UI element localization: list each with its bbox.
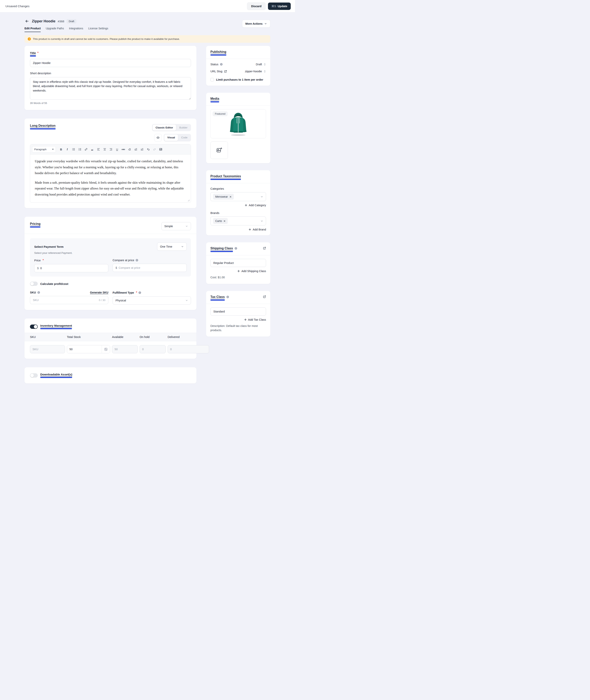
price-field: Price * $	[34, 259, 108, 272]
inventory-card: Inventory Management SKU Total Stock Ava…	[24, 319, 196, 359]
outdent-button[interactable]	[133, 146, 139, 152]
url-slug-label: URL Slug	[210, 70, 222, 73]
tax-class-heading: Tax Class	[210, 295, 225, 301]
svg-text:3: 3	[78, 149, 79, 151]
adjust-stock-button[interactable]	[102, 345, 110, 353]
compare-price-input[interactable]	[119, 266, 184, 269]
editor-content-area[interactable]: Upgrade your everyday wardrobe with this…	[30, 154, 191, 203]
rich-text-editor: Paragraph B I 123	[30, 144, 191, 203]
tab-license-settings[interactable]: License Settings	[88, 27, 108, 32]
code-tab[interactable]: Code	[178, 134, 190, 141]
inventory-management-toggle[interactable]	[30, 325, 38, 329]
tab-upgrade-paths[interactable]: Upgrade Paths	[46, 27, 64, 32]
sku-input[interactable]	[33, 299, 97, 302]
on-hold-input[interactable]	[142, 348, 163, 351]
price-input[interactable]	[40, 267, 105, 270]
builder-option[interactable]: Builder	[176, 125, 190, 131]
delivered-input[interactable]	[170, 348, 206, 351]
align-center-button[interactable]	[102, 146, 108, 152]
blockquote-button[interactable]: “	[89, 146, 95, 152]
add-brand-button[interactable]: Add Brand	[210, 228, 266, 231]
strikethrough-button[interactable]: ABC	[120, 146, 126, 152]
sliders-icon	[104, 347, 108, 351]
update-button[interactable]: ⌘SUpdate	[268, 3, 291, 10]
sort-chevrons-icon	[264, 63, 266, 66]
pricing-card: Pricing Simple Select Payment Term One T…	[24, 217, 196, 310]
underline-button[interactable]: U	[114, 146, 120, 152]
indent-button[interactable]	[139, 146, 145, 152]
plus-icon	[237, 270, 240, 272]
chevron-down-icon	[185, 299, 188, 302]
shipping-class-value[interactable]: Regular Product	[210, 259, 266, 267]
downloadable-assets-toggle[interactable]	[30, 373, 38, 378]
visual-tab[interactable]: Visual	[164, 134, 178, 141]
inventory-sku-input[interactable]	[32, 348, 63, 351]
title-input[interactable]	[30, 59, 191, 67]
info-icon	[135, 259, 138, 261]
add-tax-class-button[interactable]: Add Tax Class	[210, 318, 266, 321]
categories-label: Categories	[210, 187, 266, 190]
bullet-list-button[interactable]	[71, 146, 76, 152]
remove-chip-icon[interactable]	[229, 196, 231, 198]
discard-button[interactable]: Discard	[247, 2, 266, 10]
inventory-heading: Inventory Management	[40, 324, 72, 329]
add-shipping-class-button[interactable]: Add Shipping Class	[210, 269, 266, 273]
taxonomies-heading: Product Taxonomies	[210, 174, 241, 180]
tab-integrations[interactable]: Integrations	[69, 27, 83, 32]
editor-toolbar: Paragraph B I 123	[30, 144, 191, 154]
add-category-button[interactable]: Add Category	[210, 204, 266, 207]
preview-button[interactable]	[154, 134, 162, 141]
italic-button[interactable]: I	[64, 146, 70, 152]
paragraph-style-select[interactable]: Paragraph	[32, 146, 56, 152]
chevron-down-icon	[185, 225, 188, 228]
classic-editor-option[interactable]: Classic Editor	[153, 125, 176, 131]
brands-label: Brands	[210, 212, 266, 215]
topbar-actions: Discard ⌘SUpdate	[247, 2, 291, 10]
required-asterisk: *	[37, 51, 38, 54]
back-arrow-icon[interactable]	[24, 19, 29, 24]
undo-button[interactable]	[145, 146, 151, 152]
add-brand-label: Add Brand	[253, 228, 266, 231]
eraser-button[interactable]	[126, 146, 132, 152]
fulfillment-type-select[interactable]: Physical	[113, 297, 191, 305]
tab-edit-product[interactable]: Edit Product	[24, 27, 41, 32]
resize-handle-icon[interactable]	[188, 199, 190, 202]
total-stock-input[interactable]	[67, 345, 102, 353]
link-button[interactable]	[83, 146, 89, 152]
generate-sku-link[interactable]: Generate SKU	[90, 291, 108, 294]
external-link-icon[interactable]	[224, 70, 227, 73]
pricing-type-select[interactable]: Simple	[162, 222, 191, 230]
limit-purchases-checkbox[interactable]	[210, 78, 214, 82]
payment-term-select[interactable]: One Time	[157, 243, 187, 251]
plus-icon	[244, 318, 247, 321]
short-description-label: Short description	[30, 72, 191, 75]
category-chip-label: Menswear	[215, 195, 228, 198]
status-select[interactable]: Draft	[256, 63, 266, 66]
more-actions-button[interactable]: More Actions	[242, 20, 270, 28]
available-input[interactable]	[114, 348, 135, 351]
calculate-profit-label: Calculate profit/cost	[40, 282, 68, 285]
featured-image[interactable]: Featured	[210, 109, 266, 138]
align-right-button[interactable]	[108, 146, 114, 152]
external-link-icon[interactable]	[263, 247, 266, 250]
align-left-button[interactable]	[95, 146, 101, 152]
bold-button[interactable]: B	[58, 146, 64, 152]
hoodie-product-image	[226, 111, 251, 137]
add-media-button[interactable]	[210, 141, 228, 159]
tab-bar: Edit Product Upgrade Paths Integrations …	[24, 27, 270, 32]
tax-class-value[interactable]: Standard	[210, 308, 266, 316]
brands-select[interactable]: Carto	[210, 217, 266, 225]
redo-button[interactable]	[152, 146, 157, 152]
calculate-profit-toggle[interactable]	[30, 281, 38, 286]
long-description-paragraph: Made from a soft, premium-quality fabric…	[35, 180, 186, 198]
insert-image-button[interactable]	[158, 146, 164, 152]
categories-select[interactable]: Menswear	[210, 192, 266, 201]
url-slug-select[interactable]: zipper-hoodie	[245, 70, 266, 73]
external-link-icon[interactable]	[263, 295, 266, 298]
add-tax-class-label: Add Tax Class	[248, 318, 266, 321]
shipping-class-card: Shipping Class Regular Product Add Shipp…	[206, 242, 270, 284]
short-description-textarea[interactable]: Stay warm in effortless style with this …	[30, 77, 191, 100]
required-asterisk: *	[42, 259, 44, 262]
numbered-list-button[interactable]: 123	[77, 146, 83, 152]
remove-chip-icon[interactable]	[223, 220, 225, 222]
